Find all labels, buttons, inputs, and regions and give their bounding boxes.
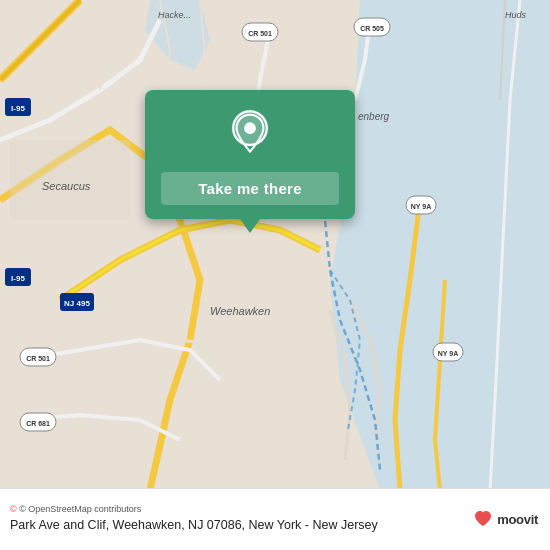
svg-text:Secaucus: Secaucus: [42, 180, 91, 192]
app-container: I-95 I-95 NJ 495 CR 501 CR 505 CR 501 CR…: [0, 0, 550, 550]
take-me-there-button[interactable]: Take me there: [161, 172, 339, 205]
svg-text:NY 9A: NY 9A: [438, 350, 459, 357]
osm-credit-text: © OpenStreetMap contributors: [19, 504, 141, 514]
svg-text:CR 501: CR 501: [26, 355, 50, 362]
svg-text:Huds: Huds: [505, 10, 527, 20]
svg-text:I-95: I-95: [11, 274, 25, 283]
svg-text:NJ 495: NJ 495: [64, 299, 90, 308]
bottom-bar: © © OpenStreetMap contributors Park Ave …: [0, 488, 550, 550]
svg-text:CR 681: CR 681: [26, 420, 50, 427]
location-pin-icon: [224, 108, 276, 160]
svg-text:I-95: I-95: [11, 104, 25, 113]
svg-text:CR 501: CR 501: [248, 30, 272, 37]
map-svg: I-95 I-95 NJ 495 CR 501 CR 505 CR 501 CR…: [0, 0, 550, 490]
svg-text:Hacke...: Hacke...: [158, 10, 191, 20]
svg-text:NY 9A: NY 9A: [411, 203, 432, 210]
bottom-info: © © OpenStreetMap contributors Park Ave …: [10, 504, 464, 535]
map-container: I-95 I-95 NJ 495 CR 501 CR 505 CR 501 CR…: [0, 0, 550, 490]
svg-text:Weehawken: Weehawken: [210, 305, 270, 317]
moovit-logo-text: moovit: [497, 512, 538, 527]
svg-text:enberg: enberg: [358, 111, 390, 122]
moovit-heart-icon: [472, 508, 494, 532]
moovit-logo: moovit: [472, 508, 538, 532]
address-text: Park Ave and Clif, Weehawken, NJ 07086, …: [10, 517, 464, 535]
osm-credit: © © OpenStreetMap contributors: [10, 504, 464, 514]
svg-text:CR 505: CR 505: [360, 25, 384, 32]
popup-card: Take me there: [145, 90, 355, 219]
svg-point-30: [245, 123, 255, 133]
